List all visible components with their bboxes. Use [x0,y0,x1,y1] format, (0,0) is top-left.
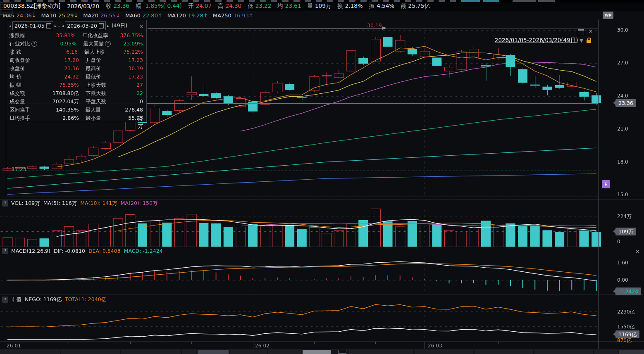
info-icon[interactable]: ? [31,41,37,47]
info-icon[interactable]: ? [105,41,111,47]
partial-tab-fragment [450,0,456,2]
ma-label[interactable]: MA250 [213,12,231,19]
partial-tab-fragment [316,0,322,2]
partial-tab-fragment [293,0,300,2]
cap-tick: 2230亿 [617,309,635,316]
stats-label: 最大上涨 [84,48,123,56]
cap-legend-item: NEGO: 1169亿 [25,296,62,303]
high-price-marker: 30.19 [367,22,382,29]
ma-label[interactable]: MA120 [167,12,186,19]
partial-tab-fragment [104,0,110,2]
partial-tab-fragment [26,0,32,2]
bottom-strip-button[interactable] [338,350,346,354]
macd-close-icon[interactable]: × [635,248,640,255]
quote-fields: 收23.36幅-1.85%(-0.44)开24.07高24.30低23.22均2… [106,2,436,10]
partial-tab-fragment [3,0,10,2]
partial-tab-fragment [427,0,434,2]
stats-row: 成交量7027.04万平盘天数0 [6,97,146,106]
range-stats-panel[interactable]: ◂ 2026-01-05 ▸ - ◂ 2026-03-20 ▸ (49日) × … [6,20,147,122]
macd-tick: 1.60 [617,260,628,266]
partial-tab-fragment [439,0,445,2]
stats-value: 22 [125,89,143,97]
bottom-taskbar-strip[interactable] [0,349,644,354]
quote-field-label: 收 [106,2,112,10]
partial-tab-fragment [148,0,155,2]
stats-label: 区间换手 [10,106,48,114]
unlock-icon[interactable] [587,40,591,43]
maximize-icon[interactable] [578,29,584,35]
date-to-next-icon[interactable]: ▸ [107,24,109,28]
help-icon[interactable]: ? [2,200,8,207]
chart-window-controls: × [578,29,594,35]
partial-tab-fragment [227,0,233,2]
macd-value-tag: -1.2424 [615,287,641,295]
ma-label[interactable]: MA60 [125,12,141,19]
ma-label[interactable]: MA20 [83,12,98,19]
quote-field-label: 高 [218,2,224,10]
quote-field-label: 振 [369,2,375,10]
app-root: 000338.SZ[潍柴动力] 2026/03/20 收23.36幅-1.85%… [0,0,644,354]
stats-row: 收盘价23.36最高价30.19 [6,64,146,73]
date-from-prev-icon[interactable]: ◂ [9,24,11,28]
ma-value: 22.80↑ [143,12,162,19]
calendar-icon[interactable] [46,23,51,29]
stats-row: 涨跌幅35.81%年化收益率376.75% [6,31,146,40]
current-volume-tag: 109万 [615,228,636,235]
stats-value: 27 [125,81,143,89]
stats-row: 均 价24.32最低价17.23 [6,73,146,81]
partial-tab-fragment [48,0,54,2]
partial-tab-fragment [383,0,389,2]
macd-tick: 0.00 [617,277,628,283]
help-icon[interactable]: ? [2,248,8,254]
stats-label: 行业对比? [10,40,47,48]
price-tick: 30.0 [617,27,628,33]
quote-field-label: 换 [337,2,343,10]
partial-tab-fragment [238,0,244,2]
partial-tab-fragment [14,0,21,2]
partial-tab-fragment [338,0,344,2]
date-range-text[interactable]: 2026/01/05-2026/03/20(49日) [495,37,578,44]
quote-field-label: 量 [308,2,313,10]
quote-field-label: 均 [277,2,283,10]
date-to-prev-icon[interactable]: ◂ [62,24,64,28]
volume-tick: 0 [617,239,620,245]
ma-legend-bar: MA524.36↓MA1025.29↓MA2026.55↓MA6022.80↑M… [0,11,644,19]
trade-date: 2026/03/20 [67,3,99,10]
wp-monitor-icon[interactable]: WP [603,12,613,19]
stats-row: 行业对比?-0.95%最大回撤?-23.09% [6,40,146,48]
quote-field-value: 23.22 [255,2,272,10]
close-icon[interactable]: × [588,29,594,35]
volume-legend-item: MA(10): 141万 [80,200,117,207]
date-range-selector[interactable]: 2026/01/05-2026/03/20(49日) ▼ [483,37,591,44]
date-to-picker[interactable]: 2026-03-20 [65,21,106,30]
month-label: 26-03 [428,343,442,349]
partial-toolbar-fragment [461,0,480,2]
price-tick: 15.0 [617,192,628,197]
stats-value: -0.95% [47,40,76,48]
macd-legend-item: MACD(12,26,9) [11,248,50,254]
partial-tab-fragment [249,0,255,2]
partial-tab-fragment [360,0,367,2]
date-from-next-icon[interactable]: ▸ [55,24,57,28]
partial-tab-fragment [193,0,199,2]
help-icon[interactable]: ? [2,297,8,303]
macd-pane-header: ? MACD(12,26,9)DIF: -0.0810DEA: 0.5403MA… [2,248,169,254]
quote-field-label: 幅 [136,2,141,10]
calendar-icon[interactable] [99,23,104,29]
stats-label: 平盘天数 [86,97,125,106]
stats-row: 涨 跌6.16最大上涨75.22% [6,48,146,56]
f-badge-icon[interactable]: F [602,180,610,188]
stats-label: 振 幅 [10,81,48,89]
date-from-picker[interactable]: 2026-01-05 [12,21,53,30]
stats-label: 最低价 [86,73,125,81]
panel-close-icon[interactable]: × [139,23,144,29]
ma-label[interactable]: MA10 [41,12,57,19]
range-stats-rows: 涨跌幅35.81%年化收益率376.75%行业对比?-0.95%最大回撤?-23… [6,31,146,122]
chevron-down-icon[interactable]: ▼ [580,38,583,43]
partial-tab-fragment [160,0,166,2]
quote-field-value: 23.36 [114,2,130,10]
stats-label: 成交额 [10,89,48,97]
stats-label: 收盘价 [10,64,48,73]
stats-value: 2.86% [48,114,79,122]
stats-value: 17.20 [48,56,79,64]
